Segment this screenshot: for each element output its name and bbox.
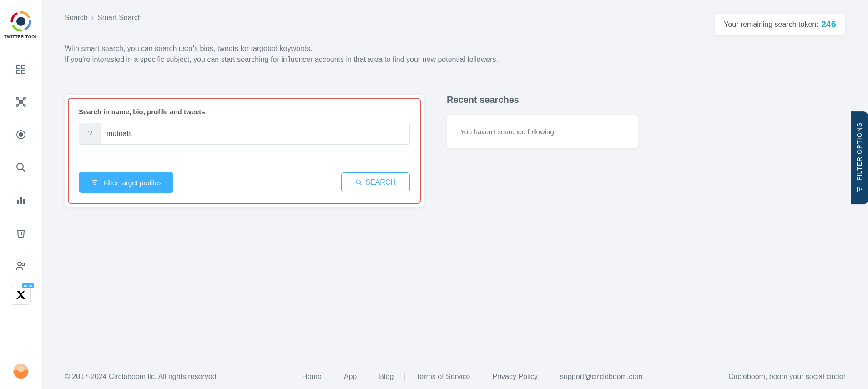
footer-link-terms[interactable]: Terms of Service [405, 373, 481, 381]
breadcrumb-current: Smart Search [97, 14, 142, 22]
footer: © 2017-2024 Circleboom llc. All rights r… [42, 364, 868, 389]
sidebar-item-circle[interactable] [10, 124, 32, 146]
svg-rect-2 [22, 65, 25, 68]
sidebar-item-users[interactable] [10, 255, 32, 277]
recent-searches: Recent searches You haven't searched fol… [447, 95, 845, 148]
svg-line-27 [360, 183, 362, 185]
search-input[interactable] [101, 123, 409, 144]
sidebar-item-search[interactable] [10, 157, 32, 178]
breadcrumb: Search › Smart Search [65, 14, 142, 22]
logo-text: TWITTER TOOL [4, 35, 37, 39]
logo[interactable]: TWITTER TOOL [4, 10, 37, 39]
breadcrumb-root[interactable]: Search [65, 14, 88, 22]
new-badge: NEW [22, 283, 34, 288]
svg-rect-3 [17, 70, 20, 73]
svg-point-15 [19, 133, 23, 136]
sidebar-item-analytics[interactable] [10, 189, 32, 211]
search-icon [355, 179, 363, 186]
sidebar: TWITTER TOOL NEW [0, 0, 42, 389]
svg-rect-1 [17, 65, 20, 68]
svg-rect-4 [22, 70, 25, 73]
search-button[interactable]: SEARCH [341, 172, 410, 192]
search-label: Search in name, bio, profile and tweets [79, 108, 410, 116]
main-content: Search › Smart Search Your remaining sea… [42, 0, 868, 389]
chevron-right-icon: › [91, 14, 94, 22]
intro-text: With smart search, you can search user's… [65, 43, 845, 65]
svg-rect-19 [20, 197, 22, 204]
filter-profiles-button[interactable]: Filter target profiles [79, 172, 173, 193]
filter-options-tab[interactable]: FILTER OPTIONS [851, 111, 868, 204]
svg-point-22 [22, 263, 25, 266]
search-input-group: ? [79, 123, 410, 145]
svg-rect-18 [17, 200, 19, 204]
divider [65, 76, 845, 76]
copyright: © 2017-2024 Circleboom llc. All rights r… [65, 373, 217, 381]
footer-link-blog[interactable]: Blog [368, 373, 405, 381]
token-counter: Your remaining search token: 246 [715, 14, 845, 35]
token-label: Your remaining search token: [724, 20, 818, 29]
footer-links: Home App Blog Terms of Service Privacy P… [291, 373, 654, 381]
sidebar-item-network[interactable] [10, 91, 32, 113]
recent-title: Recent searches [447, 95, 845, 105]
filter-icon [855, 185, 863, 193]
search-card: Search in name, bio, profile and tweets … [65, 95, 424, 207]
avatar[interactable] [13, 364, 29, 379]
sidebar-item-x[interactable]: NEW [11, 285, 31, 305]
footer-link-privacy[interactable]: Privacy Policy [481, 373, 549, 381]
tagline: Circleboom, boom your social circle! [728, 373, 845, 381]
sidebar-item-dashboard[interactable] [10, 58, 32, 80]
sidebar-item-trash[interactable] [10, 222, 32, 244]
svg-line-17 [22, 169, 25, 172]
logo-icon [10, 10, 32, 33]
token-value: 246 [821, 19, 836, 30]
svg-point-26 [356, 180, 360, 184]
footer-link-app[interactable]: App [333, 373, 368, 381]
svg-rect-20 [23, 199, 25, 204]
recent-empty-card: You haven't searched following [447, 115, 638, 148]
svg-point-21 [18, 262, 21, 266]
svg-point-0 [16, 17, 25, 26]
svg-point-16 [17, 163, 23, 170]
footer-link-home[interactable]: Home [291, 373, 333, 381]
footer-link-support[interactable]: support@circleboom.com [549, 373, 654, 381]
question-icon: ? [79, 123, 101, 144]
filter-icon [91, 178, 99, 187]
